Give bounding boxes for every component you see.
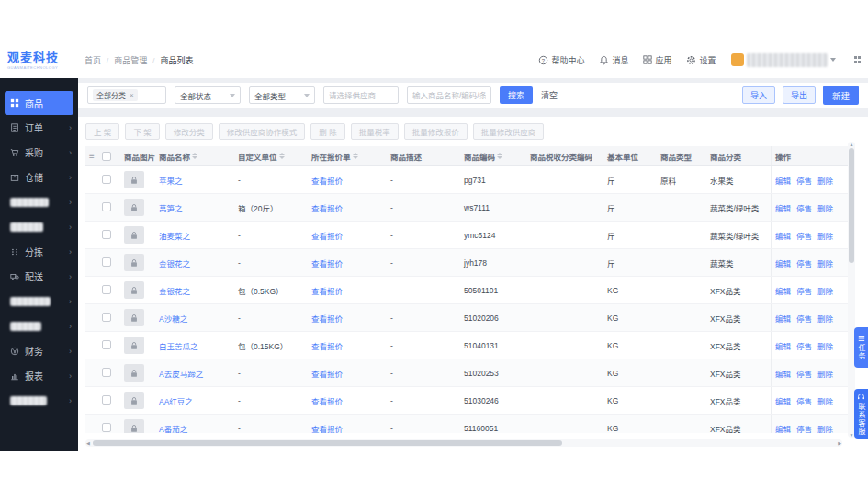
view-quote-link[interactable]: 查看报价 [311, 397, 343, 406]
row-checkbox[interactable] [102, 230, 111, 239]
scroll-left-arrow[interactable]: ◀ [86, 439, 90, 447]
batch-supplier-mode-button[interactable]: 修改供应商协作模式 [219, 123, 306, 140]
row-checkbox[interactable] [102, 340, 111, 349]
edit-link[interactable]: 编辑 [775, 257, 791, 268]
column-header-name[interactable]: 商品名称 [155, 151, 234, 162]
edit-link[interactable]: 编辑 [775, 423, 791, 434]
create-button[interactable]: 新建 [823, 86, 859, 105]
product-name-link[interactable]: AA红豆之 [159, 397, 193, 406]
stop-sale-link[interactable]: 停售 [796, 423, 812, 434]
edit-link[interactable]: 编辑 [775, 202, 791, 213]
sidebar-item-warehouse[interactable]: 仓储 › [0, 165, 78, 189]
product-name-link[interactable]: A番茄之 [159, 425, 187, 434]
search-button[interactable]: 搜索 [500, 86, 533, 104]
row-checkbox[interactable] [102, 395, 111, 405]
remove-tag-icon[interactable]: × [130, 91, 134, 99]
stop-sale-link[interactable]: 停售 [796, 340, 812, 351]
edit-link[interactable]: 编辑 [775, 395, 791, 406]
view-quote-link[interactable]: 查看报价 [311, 259, 343, 268]
batch-on-shelf-button[interactable]: 上 架 [85, 123, 119, 140]
stop-sale-link[interactable]: 停售 [796, 202, 812, 213]
delete-link[interactable]: 删除 [817, 230, 833, 241]
product-name-link[interactable]: 莴笋之 [159, 204, 183, 213]
sidebar-item-reports[interactable]: 报表 › [0, 363, 78, 388]
row-checkbox[interactable] [102, 202, 111, 211]
search-input[interactable] [407, 86, 491, 104]
row-checkbox[interactable] [102, 257, 111, 267]
stop-sale-link[interactable]: 停售 [796, 230, 812, 241]
sidebar-item-finance[interactable]: 财务 › [0, 338, 78, 363]
select-all-checkbox[interactable] [102, 152, 111, 161]
view-quote-link[interactable]: 查看报价 [311, 342, 343, 351]
sidebar-item-sorting[interactable]: 分拣 › [0, 239, 78, 264]
delete-link[interactable]: 删除 [817, 340, 833, 351]
column-header-code[interactable]: 商品编码 [460, 151, 526, 162]
row-checkbox[interactable] [102, 285, 111, 294]
help-center-button[interactable]: ? 帮助中心 [538, 54, 584, 66]
product-name-link[interactable]: A去皮马蹄之 [159, 370, 203, 379]
type-select[interactable]: 全部类型 [249, 86, 315, 104]
delete-link[interactable]: 删除 [817, 368, 833, 379]
layout-grid-icon[interactable] [854, 56, 862, 63]
sidebar-item-products[interactable]: 商品 [5, 91, 73, 115]
contact-support-button[interactable]: 联系客服 [854, 389, 868, 439]
sort-icon[interactable] [279, 153, 285, 159]
batch-edit-quote-button[interactable]: 批量修改报价 [404, 123, 468, 140]
apps-button[interactable]: 应用 [643, 54, 671, 66]
delete-link[interactable]: 删除 [817, 423, 833, 434]
column-header-quote-sheet[interactable]: 所在报价单 [308, 151, 387, 162]
sidebar-item-orders[interactable]: 订单 › [0, 115, 78, 140]
edit-link[interactable]: 编辑 [775, 285, 791, 296]
supplier-input[interactable] [323, 86, 399, 104]
product-name-link[interactable]: 油麦菜之 [159, 232, 190, 241]
delete-link[interactable]: 删除 [817, 257, 833, 268]
view-quote-link[interactable]: 查看报价 [311, 370, 343, 379]
scroll-up-arrow[interactable]: ▲ [848, 142, 855, 147]
view-quote-link[interactable]: 查看报价 [311, 425, 343, 434]
view-quote-link[interactable]: 查看报价 [311, 204, 343, 213]
sidebar-item-redacted[interactable]: › [0, 289, 78, 314]
delete-link[interactable]: 删除 [817, 285, 833, 296]
view-quote-link[interactable]: 查看报价 [311, 232, 343, 241]
product-name-link[interactable]: 金银花之 [159, 259, 190, 268]
stop-sale-link[interactable]: 停售 [796, 368, 812, 379]
edit-link[interactable]: 编辑 [775, 175, 791, 186]
batch-tax-rate-button[interactable]: 批量税率 [351, 123, 399, 140]
product-name-link[interactable]: 金银花之 [159, 287, 190, 296]
batch-change-category-button[interactable]: 修改分类 [165, 123, 213, 140]
row-checkbox[interactable] [102, 313, 111, 322]
task-panel-tab[interactable]: 任务 [854, 327, 868, 368]
user-menu[interactable] [731, 53, 836, 67]
status-select[interactable]: 全部状态 [175, 86, 241, 104]
product-name-link[interactable]: A沙糖之 [159, 314, 187, 324]
batch-delete-button[interactable]: 删 除 [310, 123, 344, 140]
stop-sale-link[interactable]: 停售 [796, 175, 812, 186]
row-checkbox[interactable] [102, 175, 111, 184]
sidebar-item-redacted[interactable]: › [0, 214, 78, 239]
edit-link[interactable]: 编辑 [775, 230, 791, 241]
sidebar-item-redacted[interactable]: › [0, 189, 78, 214]
horizontal-scrollbar-thumb[interactable] [93, 440, 562, 446]
import-button[interactable]: 导入 [742, 86, 775, 104]
stop-sale-link[interactable]: 停售 [796, 285, 812, 296]
stop-sale-link[interactable]: 停售 [796, 257, 812, 268]
edit-link[interactable]: 编辑 [775, 313, 791, 324]
clear-button[interactable]: 清空 [541, 89, 558, 101]
batch-off-shelf-button[interactable]: 下 架 [125, 123, 159, 140]
sidebar-item-delivery[interactable]: 配送 › [0, 264, 78, 289]
sidebar-item-redacted[interactable]: › [0, 388, 78, 413]
breadcrumb-product-mgmt[interactable]: 商品管理 [114, 54, 147, 66]
product-name-link[interactable]: 白玉苦瓜之 [159, 342, 198, 351]
sort-icon[interactable] [497, 153, 502, 159]
view-quote-link[interactable]: 查看报价 [311, 314, 343, 324]
settings-button[interactable]: 设置 [686, 54, 716, 66]
batch-edit-supplier-button[interactable]: 批量修改供应商 [473, 123, 545, 140]
horizontal-scrollbar[interactable]: ◀ ▶ [85, 439, 842, 447]
product-name-link[interactable]: 苹果之 [159, 177, 183, 186]
delete-link[interactable]: 删除 [817, 395, 833, 406]
view-quote-link[interactable]: 查看报价 [311, 177, 343, 186]
column-header-custom-unit[interactable]: 自定义单位 [234, 151, 308, 162]
sidebar-item-redacted[interactable]: › [0, 314, 78, 338]
view-quote-link[interactable]: 查看报价 [311, 287, 343, 296]
vertical-scrollbar-thumb[interactable] [849, 148, 854, 263]
